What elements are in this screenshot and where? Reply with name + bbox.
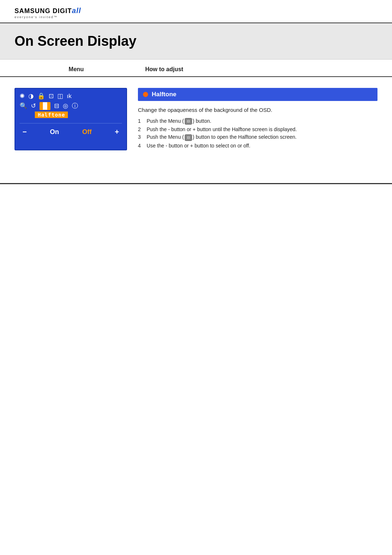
logo-text-all: all	[72, 7, 81, 15]
brightness-icon: ✺	[20, 92, 25, 100]
menu-column-header: Menu	[15, 66, 138, 73]
fine-icon: ık	[67, 93, 72, 100]
column-headers: Menu How to adjust	[0, 60, 392, 77]
osd-on-label: On	[50, 128, 59, 136]
osd-on-off-row: − On Off +	[20, 126, 122, 138]
logo-area: SAMSUNG DIGITall everyone's invited™	[15, 7, 377, 19]
image-lock-icon: 🔒	[37, 92, 45, 100]
how-to-adjust-section: Halftone Change the opaqueness of the ba…	[138, 88, 377, 150]
how-to-adjust-column-header: How to adjust	[138, 66, 377, 73]
info-icon: ⓘ	[72, 102, 78, 110]
osd-divider	[20, 123, 122, 123]
contrast-icon: ◑	[28, 92, 34, 100]
halftone-header-label: Halftone	[152, 91, 176, 98]
step-1-text: Push the Menu (⊟) button.	[147, 118, 211, 125]
top-bar: SAMSUNG DIGITall everyone's invited™	[0, 0, 392, 23]
osd-minus-button[interactable]: −	[23, 128, 27, 136]
size-icon: ◫	[57, 92, 63, 100]
page-title: On Screen Display	[15, 33, 377, 49]
logo-text-samsung: SAMSUNG DIGIT	[15, 7, 72, 15]
osd-menu-box: ✺ ◑ 🔒 ⊡ ◫ ık 🔍 ↺ ▐▌ ⊟ ◎ ⓘ Halftone − On …	[15, 88, 127, 150]
step-3: 3 Push the Menu (⊟) button to open the H…	[138, 134, 377, 141]
step-3-num: 3	[138, 134, 144, 140]
position-icon: ⊡	[49, 92, 54, 100]
osd-icons-row2: 🔍 ↺ ▐▌ ⊟ ◎ ⓘ	[20, 102, 122, 110]
display-icon: ⊟	[54, 102, 59, 110]
halftone-header-bar: Halftone	[138, 88, 377, 101]
step-3-text: Push the Menu (⊟) button to open the Hal…	[147, 134, 297, 141]
bottom-rule	[0, 183, 392, 184]
halftone-icon: ▐▌	[40, 102, 50, 110]
magnifier-icon: 🔍	[20, 102, 27, 110]
step-1-num: 1	[138, 118, 144, 124]
osd-plus-button[interactable]: +	[115, 128, 119, 136]
steps-list: 1 Push the Menu (⊟) button. 2 Push the -…	[138, 118, 377, 149]
rotate-icon: ↺	[31, 102, 36, 110]
step-4-num: 4	[138, 143, 144, 149]
menu-btn-icon-1: ⊟	[185, 118, 192, 125]
menu-btn-icon-3: ⊟	[185, 134, 192, 141]
step-2: 2 Push the - button or + button until th…	[138, 126, 377, 132]
step-4-text: Use the - button or + button to select o…	[147, 143, 250, 149]
logo-tagline: everyone's invited™	[15, 15, 58, 19]
step-2-num: 2	[138, 126, 144, 132]
osd-off-label: Off	[82, 128, 91, 136]
step-2-text: Push the - button or + button until the …	[147, 126, 297, 132]
timer-icon: ◎	[63, 102, 68, 110]
halftone-description: Change the opaqueness of the background …	[138, 107, 377, 113]
main-content: ✺ ◑ 🔒 ⊡ ◫ ık 🔍 ↺ ▐▌ ⊟ ◎ ⓘ Halftone − On …	[0, 77, 392, 161]
samsung-logo: SAMSUNG DIGITall	[15, 7, 81, 15]
step-4: 4 Use the - button or + button to select…	[138, 143, 377, 149]
step-1: 1 Push the Menu (⊟) button.	[138, 118, 377, 125]
title-section: On Screen Display	[0, 23, 392, 60]
osd-halftone-label: Halftone	[35, 112, 68, 118]
halftone-dot-icon	[143, 92, 148, 97]
osd-icons-row1: ✺ ◑ 🔒 ⊡ ◫ ık	[20, 92, 122, 100]
